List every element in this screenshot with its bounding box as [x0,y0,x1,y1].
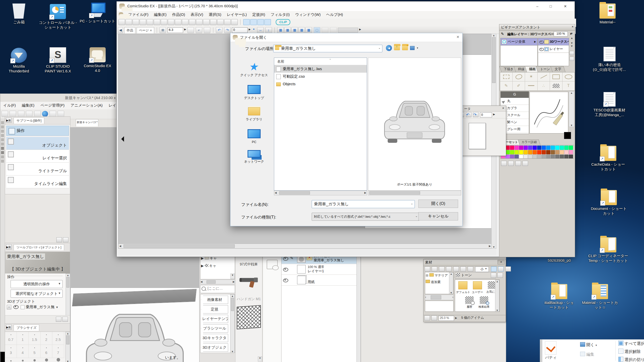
paste-icon[interactable] [425,266,430,272]
tree-hscrollbar[interactable]: ‹› [425,295,454,300]
layer-zoom-field[interactable]: 100 % [554,31,568,36]
toolbar-icon[interactable] [182,19,188,25]
color-swatch[interactable] [551,155,555,159]
nav-undo-icon[interactable]: ↶ [466,112,471,117]
properties-label[interactable]: パティ [543,355,558,360]
color-swatch[interactable] [546,150,550,154]
layer-row[interactable]: 100 % 通常 レイヤー1 [281,264,361,275]
brush-tool-icon[interactable] [525,81,538,90]
color-swatch[interactable] [555,146,559,150]
desktop-icon[interactable]: ↗ CLIP コーディネーター Temp - ショートカット [584,237,633,263]
up-icon[interactable]: ▲ [569,36,574,39]
color-swatch[interactable] [555,155,559,159]
material-palette-titlebar[interactable]: 素材 ✕ [424,259,506,266]
csp-strip-tool[interactable] [1,160,4,163]
color-swatch[interactable] [510,146,514,150]
nav-redo-icon[interactable]: ↷ [473,112,478,117]
color-swatch[interactable] [537,150,541,154]
object-checkbox[interactable] [21,305,25,309]
color-swatch[interactable] [519,146,523,150]
csp-canvas-tab[interactable]: 新規キャンバス* [76,119,98,126]
transparent-op-dropdown[interactable]: 透明箇所の操作▼ [11,280,63,288]
color-swatch[interactable] [514,150,519,154]
pen-group-header[interactable]: G [501,92,529,98]
cs-menu-item[interactable]: レイヤー(L) [224,11,250,18]
material-category[interactable]: 3Dオブジェク [201,343,228,352]
file-row[interactable]: 乗用車_ガラス無し.lws [274,65,367,73]
open-command[interactable]: 開く ▾ [580,342,597,348]
brush-size-scrollbar[interactable]: ▲ ▼ [65,332,70,362]
brush-size-cell[interactable]: 1 [17,332,29,345]
desktop-icon[interactable]: ↗ TESCO@漫画素材 工房(@Manga_... [586,92,633,117]
subtool-item[interactable]: ライトテーブル [6,163,69,175]
list-header[interactable]: ⌄ 名前 [274,58,367,65]
material-search-box[interactable] [200,285,235,293]
color-swatch[interactable] [514,155,519,159]
toolbar-icon[interactable]: ▦ [298,27,305,33]
cs-menu-item[interactable]: 選択(S) [206,11,224,18]
desktop-icon[interactable]: ↗ ごみ箱 [3,4,35,24]
text-tool-icon[interactable]: T [562,81,575,90]
palette-menu-icon[interactable]: ▸≡ [6,244,12,249]
down-icon[interactable]: ▼ [569,41,574,44]
color-swatch[interactable] [533,146,537,150]
dialog-sidebar-item[interactable]: ネットワーク [236,149,272,164]
open-folder-icon[interactable] [453,266,459,272]
open-button[interactable]: 開く(O) [418,200,458,208]
dialog-sidebar-item[interactable]: ライブラリ [236,105,272,122]
select-all-command[interactable]: すべて選択 [618,341,644,346]
panel-collapse-arrow[interactable] [118,136,124,142]
cancel-button[interactable]: キャンセル [418,212,458,220]
desktop-icon[interactable]: ↗ CacheData - ショー トカット [586,146,630,171]
csp-menu-item[interactable]: ページ管理(P) [37,102,68,109]
toolbar-icon[interactable] [224,19,231,25]
layer-visibility-icon[interactable] [283,257,288,261]
palette-option-icon[interactable] [501,161,507,166]
csp-titlebar[interactable]: 新規キャンバス* (A4 210.00 x [0,94,117,102]
csp-globe-icon[interactable] [42,111,48,117]
csp-tool-icon[interactable] [58,111,64,117]
filename-combo[interactable]: 乗用車_ガラス無し⌄ [312,200,415,208]
combo-arrow-icon[interactable]: ⌄ [378,44,381,51]
brush-size-cell[interactable]: 5 [29,345,41,358]
palette-menu-icon[interactable]: ▸≡ [6,118,12,123]
maximize-button[interactable]: □ [545,3,556,10]
close-button[interactable]: ✕ [559,3,571,10]
dialog-sidebar-item[interactable]: デスクトップ [236,83,272,100]
new-folder-icon[interactable] [446,266,452,272]
toolbar-icon[interactable] [175,19,181,25]
color-swatch[interactable] [560,155,564,159]
layer-scrollbar[interactable] [356,253,361,362]
toolbar-icon[interactable] [264,19,271,25]
palette-option-icon[interactable] [522,161,528,166]
file-list-hscrollbar[interactable]: ◀ ▶ [274,191,367,195]
mini-hscrollbar[interactable]: ◀▶ [200,280,235,284]
close-icon[interactable]: ✕ [572,25,574,28]
fence-texture-thumbnail[interactable] [237,305,261,330]
marquee-active-icon[interactable]: ▢ [314,27,320,33]
trash-icon[interactable] [570,57,574,61]
color-swatch[interactable] [519,155,523,159]
color-swatch[interactable] [564,146,569,150]
subtool-item[interactable]: タイムライン編集 [6,175,69,188]
zoom-step-arrow[interactable]: ▶ [455,316,457,319]
toolbar-icon[interactable] [168,19,174,25]
rotate-field[interactable]: 0 [232,27,248,33]
page-tab-close-icon[interactable]: ✕ [150,29,152,32]
toolbar-icon[interactable] [154,19,160,25]
name-column-header[interactable]: 名前 [277,59,284,64]
color-swatch[interactable] [519,150,523,154]
csp-menu-item[interactable]: 編集(E) [19,102,37,109]
location-combo[interactable]: 乗用車_ガラス無し ⌄ [273,45,382,52]
dialog-close-icon[interactable]: ✕ [456,35,459,39]
new-layer-icon[interactable] [56,237,62,242]
color-swatch[interactable] [564,150,569,154]
folder-down-icon[interactable] [497,273,503,278]
csp-strip-tool[interactable] [1,147,4,150]
filetype-combo[interactable]: 対応しているすべての形式 (*.dxf;*.lwo;*.obj;*.lws;*.… [312,213,419,221]
desktop-icon[interactable]: ↗ Material - ショートカ ット☆ [579,284,621,310]
minimize-button[interactable]: – [532,3,543,10]
cs-menu-item[interactable]: ウィンドウ(W) [292,11,323,18]
new-folder-icon[interactable]: ✶ [402,46,408,50]
car-3d-model[interactable] [78,298,191,362]
